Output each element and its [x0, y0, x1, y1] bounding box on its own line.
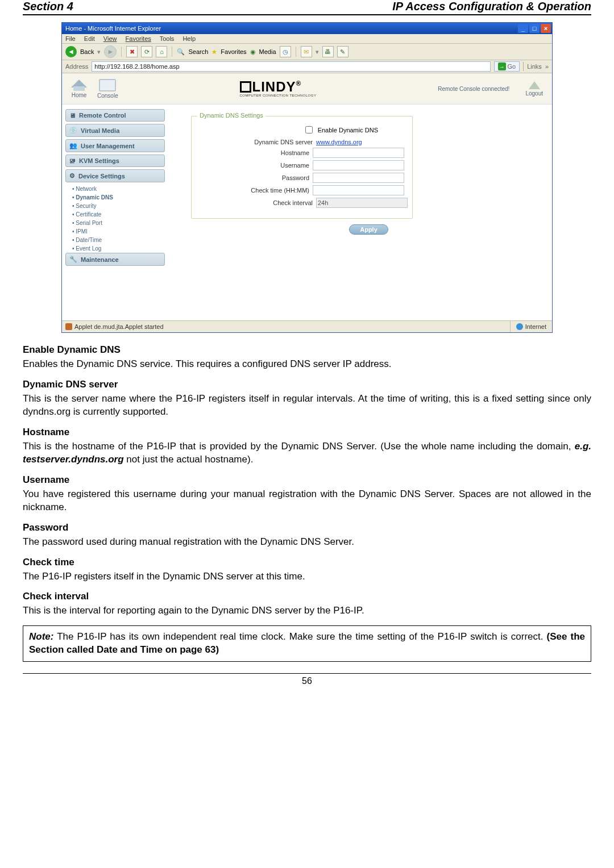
- sidebar-sub-event-log[interactable]: • Event Log: [65, 244, 165, 253]
- para-hostname: This is the hostname of the P16-IP that …: [23, 440, 591, 466]
- heading-username: Username: [23, 474, 591, 486]
- applet-icon: [65, 323, 72, 330]
- enable-dynamic-dns-label: Enable Dynamic DNS: [318, 127, 378, 133]
- gear-icon: ⚙: [69, 172, 75, 180]
- menu-file[interactable]: File: [65, 35, 76, 42]
- home-button[interactable]: ⌂: [156, 46, 167, 57]
- dynamic-dns-fieldset: Dynamic DNS Settings Enable Dynamic DNS …: [191, 116, 413, 219]
- sidebar-sub-date-time[interactable]: • Date/Time: [65, 236, 165, 244]
- sidebar-sub-serial-port[interactable]: • Serial Port: [65, 219, 165, 227]
- para-check-interval: This is the interval for reporting again…: [23, 604, 591, 617]
- page-number: 56: [23, 673, 591, 686]
- logout-button[interactable]: Logout: [525, 81, 543, 97]
- favorites-icon[interactable]: ★: [211, 48, 217, 56]
- heading-check-interval: Check interval: [23, 591, 591, 602]
- mail-button[interactable]: ✉: [301, 46, 312, 57]
- users-icon: 👥: [69, 142, 77, 149]
- password-input[interactable]: [313, 173, 404, 183]
- internet-zone-label: Internet: [525, 323, 546, 330]
- username-input[interactable]: [313, 160, 404, 170]
- hostname-label: Hostname: [281, 149, 309, 156]
- favorites-label[interactable]: Favorites: [221, 48, 246, 55]
- links-chevron-icon[interactable]: »: [545, 63, 549, 70]
- back-label[interactable]: Back: [80, 48, 94, 55]
- logout-icon: [529, 81, 540, 89]
- checkinterval-label: Check interval: [273, 199, 313, 206]
- menu-edit[interactable]: Edit: [84, 35, 95, 42]
- para-check-time: The P16-IP registers itself in the Dynam…: [23, 570, 591, 583]
- heading-hostname: Hostname: [23, 427, 591, 438]
- search-label[interactable]: Search: [188, 48, 208, 55]
- status-text: Applet de.mud.jta.Applet started: [74, 323, 164, 330]
- media-icon[interactable]: ◉: [250, 48, 256, 56]
- para-dynamic-dns-server: This is the server name where the P16-IP…: [23, 393, 591, 419]
- checkinterval-input[interactable]: [316, 198, 408, 208]
- refresh-button[interactable]: ⟳: [141, 46, 152, 57]
- address-bar: Address http://192.168.2.188/home.asp → …: [62, 60, 552, 73]
- menu-tools[interactable]: Tools: [160, 35, 175, 42]
- heading-enable-dynamic-dns: Enable Dynamic DNS: [23, 344, 591, 356]
- para-password: The password used during manual registra…: [23, 536, 591, 549]
- menu-bar: File Edit View Favorites Tools Help: [62, 34, 552, 44]
- sidebar-sub-dynamic-dns[interactable]: • Dynamic DNS: [65, 193, 165, 202]
- close-button[interactable]: ×: [541, 24, 551, 33]
- window-title: Home - Microsoft Internet Explorer: [65, 25, 161, 32]
- sidebar-sub-certificate[interactable]: • Certificate: [65, 210, 165, 219]
- checktime-label: Check time (HH:MM): [251, 187, 309, 194]
- url-input[interactable]: http://192.168.2.188/home.asp: [92, 61, 490, 72]
- sidebar-item-kvm-settings[interactable]: 🖳KVM Settings: [65, 155, 165, 167]
- sidebar-sub-security[interactable]: • Security: [65, 202, 165, 210]
- screenshot: Home - Microsoft Internet Explorer _ □ ×…: [61, 22, 553, 333]
- search-icon[interactable]: 🔍: [177, 48, 185, 56]
- minimize-button[interactable]: _: [518, 24, 528, 33]
- menu-view[interactable]: View: [103, 35, 117, 42]
- apply-button[interactable]: Apply: [349, 224, 388, 235]
- enable-dynamic-dns-checkbox[interactable]: [305, 126, 313, 133]
- sidebar-sub-network[interactable]: • Network: [65, 185, 165, 193]
- links-label[interactable]: Links: [527, 63, 542, 70]
- hostname-input[interactable]: [313, 148, 404, 158]
- wrench-icon: 🔧: [69, 256, 77, 263]
- history-button[interactable]: ◷: [280, 46, 291, 57]
- sidebar-sub-ipmi[interactable]: • IPMI: [65, 227, 165, 236]
- back-button[interactable]: ◄: [65, 46, 77, 57]
- disc-icon: 💿: [69, 127, 77, 134]
- kvm-icon: 🖳: [69, 157, 76, 164]
- para-enable-dynamic-dns: Enables the Dynamic DNS service. This re…: [23, 358, 591, 371]
- dns-server-link[interactable]: www.dyndns.org: [316, 139, 404, 145]
- internet-zone-icon: [516, 323, 523, 330]
- page-header-right: IP Access Configuration & Operation: [392, 0, 591, 13]
- brand-logo: LINDY® COMPUTER CONNECTION TECHNOLOGY: [240, 80, 317, 97]
- para-username: You have registered this username during…: [23, 488, 591, 514]
- console-status: Remote Console connected!: [438, 86, 509, 92]
- heading-check-time: Check time: [23, 557, 591, 568]
- maximize-button[interactable]: □: [529, 24, 540, 33]
- heading-password: Password: [23, 522, 591, 533]
- nav-home[interactable]: Home: [71, 80, 87, 98]
- edit-button[interactable]: ✎: [337, 46, 349, 57]
- media-label[interactable]: Media: [259, 48, 276, 55]
- sidebar-item-device-settings[interactable]: ⚙Device Settings: [65, 169, 165, 182]
- toolbar: ◄ Back ▾ ► ✖ ⟳ ⌂ 🔍 Search ★ Favorites ◉ …: [62, 44, 552, 60]
- sidebar-item-user-management[interactable]: 👥User Management: [65, 139, 165, 152]
- checktime-input[interactable]: [313, 185, 404, 195]
- stop-button[interactable]: ✖: [126, 46, 138, 57]
- sidebar: 🖥Remote Control 💿Virtual Media 👥User Man…: [62, 105, 168, 320]
- go-arrow-icon: →: [498, 62, 506, 70]
- menu-favorites[interactable]: Favorites: [126, 35, 151, 42]
- password-label: Password: [282, 174, 309, 181]
- sidebar-item-virtual-media[interactable]: 💿Virtual Media: [65, 124, 165, 137]
- sidebar-item-remote-control[interactable]: 🖥Remote Control: [65, 109, 165, 122]
- menu-help[interactable]: Help: [182, 35, 196, 42]
- status-bar: Applet de.mud.jta.Applet started Interne…: [62, 320, 552, 332]
- note-box: Note: The P16-IP has its own independent…: [23, 625, 591, 662]
- address-label: Address: [65, 63, 88, 70]
- go-button[interactable]: → Go: [494, 61, 520, 72]
- sidebar-item-maintenance[interactable]: 🔧Maintenance: [65, 253, 165, 266]
- forward-button[interactable]: ►: [104, 45, 117, 58]
- print-button[interactable]: 🖶: [322, 46, 334, 57]
- fieldset-legend: Dynamic DNS Settings: [197, 112, 265, 119]
- nav-console[interactable]: Console: [97, 79, 118, 99]
- page-header-left: Section 4: [23, 0, 73, 13]
- remote-control-icon: 🖥: [69, 112, 76, 119]
